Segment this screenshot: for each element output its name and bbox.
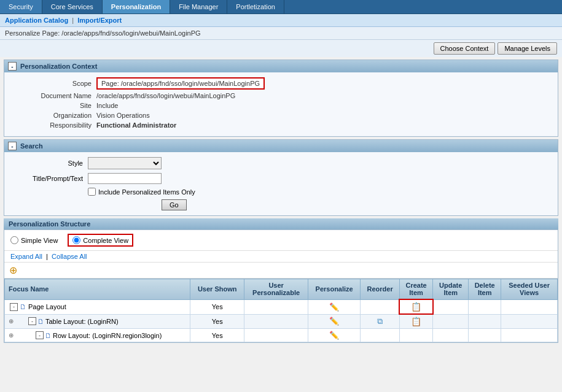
table-row: - 🗋 Page Layout Yes ✏️ 📋 xyxy=(5,299,558,314)
folder-icon-1: 🗋 xyxy=(37,318,44,325)
create-item-icon-1[interactable]: 📋 xyxy=(411,317,421,326)
organization-label: Organization xyxy=(10,112,96,119)
title-prompt-input[interactable] xyxy=(88,173,162,184)
tab-file-manager[interactable]: File Manager xyxy=(170,0,227,13)
pencil-icon-2[interactable]: ✏️ xyxy=(329,331,339,340)
th-reorder: Reorder xyxy=(361,279,400,300)
expand-all-link[interactable]: Expand All xyxy=(10,253,42,260)
cell-name-1: ⊕ - 🗋 Table Layout: (LoginRN) xyxy=(5,314,190,329)
pencil-icon-1[interactable]: ✏️ xyxy=(329,317,339,326)
node-icon-0: - 🗋 Page Layout xyxy=(9,303,66,311)
go-button[interactable]: Go xyxy=(162,199,187,210)
checkbox-row: Include Personalized Items Only xyxy=(88,188,548,196)
cell-update-item-0 xyxy=(433,299,469,314)
cell-personalize-0[interactable]: ✏️ xyxy=(308,299,360,314)
tab-personalization[interactable]: Personalization xyxy=(103,0,170,13)
style-label: Style xyxy=(14,159,88,167)
cell-delete-item-1 xyxy=(469,314,501,329)
cell-personalizable-1 xyxy=(244,314,308,329)
move-handle-1: ⊕ xyxy=(9,318,14,325)
cell-personalize-2[interactable]: ✏️ xyxy=(308,329,360,342)
cell-personalizable-0 xyxy=(244,299,308,314)
complete-view-label[interactable]: Complete View xyxy=(68,234,133,247)
simple-view-label[interactable]: Simple View xyxy=(10,236,58,244)
th-delete-item: DeleteItem xyxy=(469,279,501,300)
th-personalizable: UserPersonalizable xyxy=(244,279,308,300)
cell-reorder-1[interactable]: ⧉ xyxy=(361,314,400,329)
app-catalog-link[interactable]: Application Catalog xyxy=(5,17,68,24)
search-section-toggle[interactable]: - xyxy=(8,142,17,150)
document-name-label: Document Name xyxy=(10,92,96,99)
view-toggle-row: Simple View Complete View xyxy=(4,230,558,251)
personalization-context-body: Scope Page: /oracle/apps/fnd/sso/login/w… xyxy=(4,72,558,136)
cell-name-0: - 🗋 Page Layout xyxy=(5,299,190,314)
tab-core-services[interactable]: Core Services xyxy=(42,0,103,13)
site-row: Site Include xyxy=(10,102,552,109)
simple-view-text: Simple View xyxy=(21,237,58,244)
cell-create-item-0[interactable]: 📋 xyxy=(399,299,432,314)
collapse-all-link[interactable]: Collapse All xyxy=(52,253,87,260)
title-prompt-row: Title/Prompt/Text xyxy=(14,173,548,184)
search-header: - Search xyxy=(4,140,558,152)
th-update-item: UpdateItem xyxy=(433,279,469,300)
cell-seeded-2 xyxy=(501,329,558,342)
manage-levels-button[interactable]: Manage Levels xyxy=(498,42,557,55)
copy-icon-1[interactable]: ⧉ xyxy=(377,317,383,326)
cell-reorder-2 xyxy=(361,329,400,342)
responsibility-label: Responsibility xyxy=(10,121,96,129)
personalized-items-checkbox[interactable] xyxy=(88,188,96,196)
cell-delete-item-0 xyxy=(469,299,501,314)
top-tab-bar: Security Core Services Personalization F… xyxy=(0,0,562,14)
row-name-1: Table Layout: (LoginRN) xyxy=(45,318,119,325)
style-select[interactable] xyxy=(88,157,162,169)
personalization-context-title: Personalization Context xyxy=(20,63,97,70)
create-item-icon-0[interactable]: 📋 xyxy=(411,302,421,312)
row-name-2: Row Layout: (LoginRN.region3login) xyxy=(53,332,162,339)
cell-update-item-2 xyxy=(433,329,469,342)
cell-update-item-1 xyxy=(433,314,469,329)
cell-delete-item-2 xyxy=(469,329,501,342)
expand-box-0[interactable]: - xyxy=(10,303,18,311)
simple-view-radio[interactable] xyxy=(10,236,18,244)
tab-portletization[interactable]: Portletization xyxy=(227,0,284,13)
cell-personalizable-2 xyxy=(244,329,308,342)
expand-box-2[interactable]: - xyxy=(36,331,44,339)
go-button-row: Go xyxy=(88,199,548,210)
complete-view-border: Complete View xyxy=(68,234,133,247)
complete-view-text: Complete View xyxy=(83,237,128,244)
th-focus-name: Focus Name xyxy=(5,279,190,300)
site-value: Include xyxy=(96,102,118,109)
folder-icon-0: 🗋 xyxy=(20,303,26,310)
expand-box-1[interactable]: - xyxy=(28,317,36,325)
cell-create-item-1[interactable]: 📋 xyxy=(399,314,432,329)
import-export-link[interactable]: Import/Export xyxy=(77,17,122,24)
choose-context-button[interactable]: Choose Context xyxy=(434,42,496,55)
move-icon-row: ⊕ xyxy=(4,263,558,279)
search-title: Search xyxy=(20,142,43,150)
cell-reorder-0 xyxy=(361,299,400,314)
scope-label: Scope xyxy=(10,80,96,87)
th-personalize: Personalize xyxy=(308,279,360,300)
context-section-toggle[interactable]: - xyxy=(8,62,17,71)
pencil-icon-0[interactable]: ✏️ xyxy=(329,302,339,312)
scope-row: Scope Page: /oracle/apps/fnd/sso/login/w… xyxy=(10,77,552,90)
organization-value: Vision Operations xyxy=(96,112,150,119)
ps-section-body: Simple View Complete View Expand All | C… xyxy=(4,229,558,343)
cell-user-shown-2: Yes xyxy=(190,329,244,342)
complete-view-radio[interactable] xyxy=(72,236,80,244)
cell-name-2: ⊕ - 🗋 Row Layout: (LoginRN.region3login) xyxy=(5,329,190,342)
personalization-context-header: - Personalization Context xyxy=(4,60,558,72)
site-label: Site xyxy=(10,102,96,109)
table-row: ⊕ - 🗋 Table Layout: (LoginRN) Yes ✏️ ⧉ xyxy=(5,314,558,329)
tab-security[interactable]: Security xyxy=(0,0,42,13)
scope-value: Page: /oracle/apps/fnd/sso/login/webui/M… xyxy=(96,77,265,90)
checkbox-label: Include Personalized Items Only xyxy=(98,188,195,196)
th-create-item: CreateItem xyxy=(399,279,432,300)
search-form: Style Title/Prompt/Text Include Personal… xyxy=(4,152,558,215)
th-seeded-user-views: Seeded UserViews xyxy=(501,279,558,300)
cell-seeded-0 xyxy=(501,299,558,314)
organization-row: Organization Vision Operations xyxy=(10,112,552,119)
sub-nav-separator: | xyxy=(72,17,74,24)
cell-personalize-1[interactable]: ✏️ xyxy=(308,314,360,329)
node-icon-2: ⊕ - 🗋 Row Layout: (LoginRN.region3login) xyxy=(9,331,162,339)
